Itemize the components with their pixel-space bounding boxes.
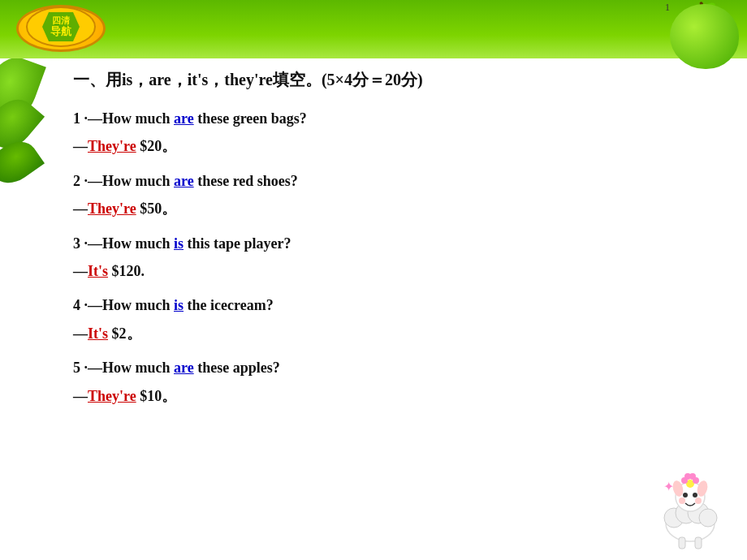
svg-point-8 [699,509,717,527]
q5-question-line: 5 ·—How much are these apples? [73,355,641,381]
q5-q-text: ·—How much [84,360,175,376]
q3-number: 3 [73,235,80,252]
q3-a-prefix: — [73,263,88,279]
q4-q-text: ·—How much [84,297,175,313]
svg-rect-21 [679,537,685,549]
q4-a-answer: It's [88,325,108,342]
q5-number: 5 [73,360,80,376]
q2-number: 2 [73,173,80,189]
q2-a-rest: $50。 [136,200,177,217]
q4-question-line: 4 ·—How much is the icecream? [73,292,641,318]
q5-q-rest: these apples? [194,360,280,376]
q4-q-answer: is [174,297,184,313]
q4-q-rest: the icecream? [184,297,274,313]
apple-decoration [658,0,747,69]
q1-answer-line: —They're $20。 [73,133,641,159]
q5-a-prefix: — [73,388,88,404]
question-5: 5 ·—How much are these apples? —They're … [73,355,641,409]
left-leaves-decoration [0,49,65,211]
q2-q-rest: these red shoes? [194,173,298,189]
svg-rect-22 [695,537,702,549]
section-title: 一、用is，are，it's，they're填空。(5×4分＝20分) [73,65,641,94]
question-4: 4 ·—How much is the icecream? —It's $2。 [73,292,641,347]
svg-point-11 [693,493,697,498]
q1-a-answer: They're [88,138,136,154]
q1-q-text: ·—How much [84,110,175,127]
question-1: 1 ·—How much are these green bags? —They… [73,106,641,160]
svg-point-12 [679,498,685,504]
q5-q-answer: are [174,360,194,376]
question-3: 3 ·—How much is this tape player? —It's … [73,230,641,285]
apple-body [670,4,739,69]
main-content: 一、用is，are，it's，they're填空。(5×4分＝20分) 1 ·—… [73,65,641,544]
q5-a-answer: They're [88,388,136,404]
q1-number: 1 [73,110,80,127]
q1-q-answer: are [174,110,194,127]
q3-q-answer: is [174,235,184,252]
q4-number: 4 [73,297,80,313]
q2-q-answer: are [174,173,194,189]
q2-question-line: 2 ·—How much are these red shoes? [73,168,641,194]
q5-answer-line: —They're $10。 [73,383,641,409]
logo-text: 四清 导航 [24,6,97,51]
q3-q-text: ·—How much [84,235,175,252]
q1-a-prefix: — [73,138,88,154]
q3-a-rest: $120. [108,263,145,279]
svg-point-10 [683,493,688,498]
q3-answer-line: —It's $120. [73,258,641,284]
q2-a-answer: They're [88,200,136,217]
q5-a-rest: $10。 [136,388,177,404]
page-number: 1 [665,2,670,14]
cartoon-character [650,463,731,552]
top-bar [0,0,747,58]
q4-a-rest: $2。 [108,325,141,342]
q3-question-line: 3 ·—How much is this tape player? [73,230,641,256]
q1-question-line: 1 ·—How much are these green bags? [73,106,641,131]
q1-a-rest: $20。 [136,138,177,154]
question-2: 2 ·—How much are these red shoes? —They'… [73,168,641,222]
q4-answer-line: —It's $2。 [73,321,641,347]
svg-point-13 [695,498,702,504]
q2-q-text: ·—How much [84,173,175,189]
q2-answer-line: —They're $50。 [73,196,641,222]
q1-q-rest: these green bags? [194,110,307,127]
q4-a-prefix: — [73,325,88,342]
logo: 四清 导航 [16,5,106,52]
svg-text:四清: 四清 [52,15,71,25]
q3-q-rest: this tape player? [184,235,291,252]
svg-point-20 [689,473,696,480]
q3-a-answer: It's [88,263,108,279]
svg-text:导航: 导航 [50,25,72,37]
q2-a-prefix: — [73,200,88,217]
